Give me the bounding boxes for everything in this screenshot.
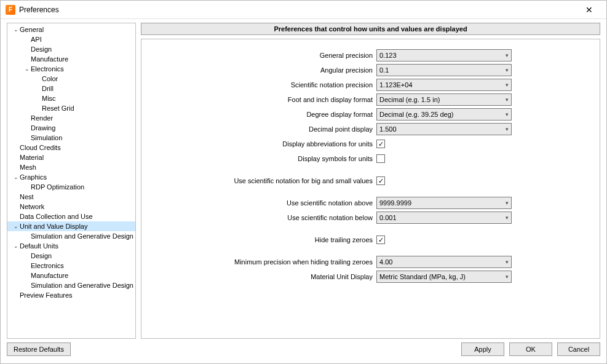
tree-item[interactable]: Drill (7, 84, 135, 93)
tree-item-label: Design (31, 251, 52, 261)
tree-item-label: Manufacture (31, 271, 68, 280)
sci-big-small-checkbox[interactable] (376, 176, 385, 185)
tree-item-label: Simulation (31, 133, 62, 143)
tree-item-label: Material (20, 152, 44, 162)
tree-item[interactable]: ⌄General (7, 25, 135, 34)
chevron-down-icon: ▾ (506, 259, 509, 265)
general-precision-select[interactable]: 0.123▾ (376, 49, 512, 61)
tree-item[interactable]: API (7, 34, 135, 44)
chevron-down-icon[interactable]: ⌄ (12, 172, 20, 182)
tree-item[interactable]: ⌄Unit and Value Display (7, 221, 135, 231)
label-sci-above: Use scientific notation above (141, 199, 376, 207)
tree-item[interactable]: Manufacture (7, 54, 135, 64)
ok-button[interactable]: OK (509, 342, 552, 356)
tree-item-label: Nest (20, 192, 34, 202)
tree-item-label: Drawing (31, 123, 55, 133)
foot-inch-select[interactable]: Decimal (e.g. 1.5 in)▾ (376, 93, 512, 106)
tree-item-label: Default Units (20, 241, 58, 251)
tree-item-label: Color (42, 74, 58, 84)
label-decimal-point: Decimal point display (141, 125, 376, 133)
tree-item[interactable]: RDP Optimization (7, 182, 135, 192)
label-scientific-precision: Scientific notation precision (141, 81, 376, 89)
abbrev-checkbox[interactable] (376, 140, 385, 148)
tree-item[interactable]: Design (7, 44, 135, 54)
chevron-down-icon: ▾ (506, 215, 509, 221)
tree-item-label: Preview Features (20, 290, 73, 300)
tree-item-label: Electronics (31, 261, 64, 271)
chevron-down-icon[interactable]: ⌄ (12, 221, 20, 231)
tree-item[interactable]: Nest (7, 192, 135, 202)
tree-item[interactable]: Material (7, 152, 135, 162)
symbols-checkbox[interactable] (376, 154, 385, 163)
tree-item[interactable]: Manufacture (7, 271, 135, 280)
tree-item[interactable]: ⌄Default Units (7, 241, 135, 251)
min-prec-select[interactable]: 4.00▾ (376, 256, 512, 268)
tree-item-label: Electronics (31, 64, 64, 74)
angular-precision-select[interactable]: 0.1▾ (376, 64, 512, 76)
hide-zero-checkbox[interactable] (376, 235, 385, 244)
label-sci-big-small: Use scientific notation for big and smal… (141, 177, 376, 184)
apply-button[interactable]: Apply (461, 342, 504, 356)
tree-item-label: Unit and Value Display (20, 221, 87, 231)
tree-item-label: Render (31, 113, 53, 123)
tree-item[interactable]: Reset Grid (7, 103, 135, 113)
tree-item[interactable]: Cloud Credits (7, 143, 135, 152)
footer: Restore Defaults Apply OK Cancel (1, 339, 606, 362)
panel-header: Preferences that control how units and v… (141, 23, 600, 35)
label-sci-below: Use scientific notation below (141, 214, 376, 221)
tree-item[interactable]: ⌄Electronics (7, 64, 135, 74)
label-degree-format: Degree display format (141, 111, 376, 118)
label-material-unit: Material Unit Display (141, 273, 376, 280)
tree-item-label: Data Collection and Use (20, 212, 93, 221)
tree-item-label: Graphics (20, 172, 47, 182)
label-hide-zero: Hide trailing zeroes (141, 236, 376, 243)
tree-item-label: Drill (42, 84, 54, 93)
cancel-button[interactable]: Cancel (557, 342, 600, 356)
chevron-down-icon[interactable]: ⌄ (23, 64, 31, 74)
chevron-down-icon: ▾ (506, 67, 509, 73)
form-area: General precision0.123▾ Angular precisio… (141, 39, 600, 339)
chevron-down-icon[interactable]: ⌄ (12, 25, 20, 34)
scientific-precision-select[interactable]: 1.123E+04▾ (376, 79, 512, 91)
chevron-down-icon: ▾ (506, 126, 509, 132)
tree-item[interactable]: Render (7, 113, 135, 123)
restore-defaults-button[interactable]: Restore Defaults (7, 342, 71, 356)
tree-item[interactable]: Data Collection and Use (7, 212, 135, 221)
window-title: Preferences (19, 6, 59, 14)
sci-below-select[interactable]: 0.001▾ (376, 212, 512, 224)
sci-above-select[interactable]: 9999.9999▾ (376, 197, 512, 209)
label-angular-precision: Angular precision (141, 66, 376, 74)
tree-item[interactable]: Simulation (7, 133, 135, 143)
label-abbrev: Display abbreviations for units (141, 140, 376, 148)
tree-item[interactable]: Drawing (7, 123, 135, 133)
tree-item[interactable]: Simulation and Generative Design (7, 280, 135, 290)
chevron-down-icon: ▾ (506, 111, 509, 117)
tree-item[interactable]: Misc (7, 93, 135, 103)
tree-item[interactable]: Mesh (7, 162, 135, 172)
tree-item[interactable]: ⌄Graphics (7, 172, 135, 182)
tree-item-label: Cloud Credits (20, 143, 61, 152)
tree-item-label: Simulation and Generative Design (31, 280, 133, 290)
tree-item-label: Mesh (20, 162, 36, 172)
tree-item[interactable]: Color (7, 74, 135, 84)
chevron-down-icon[interactable]: ⌄ (12, 241, 20, 251)
tree-item-label: General (20, 25, 44, 34)
label-min-prec: Minimum precision when hiding trailing z… (141, 258, 376, 266)
tree-item[interactable]: Simulation and Generative Design (7, 231, 135, 241)
close-icon[interactable]: ✕ (577, 5, 601, 15)
decimal-point-select[interactable]: 1.500▾ (376, 123, 512, 135)
tree-item[interactable]: Preview Features (7, 290, 135, 300)
material-unit-select[interactable]: Metric Standard (MPa, kg, J)▾ (376, 271, 512, 283)
tree-item-label: RDP Optimization (31, 182, 84, 192)
tree-item[interactable]: Design (7, 251, 135, 261)
tree-item-label: Network (20, 202, 44, 212)
nav-tree[interactable]: ⌄GeneralAPIDesignManufacture⌄Electronics… (7, 23, 136, 339)
tree-item-label: API (31, 34, 42, 44)
chevron-down-icon: ▾ (506, 82, 509, 88)
tree-item[interactable]: Electronics (7, 261, 135, 271)
tree-item-label: Misc (42, 93, 56, 103)
tree-item-label: Design (31, 44, 52, 54)
degree-format-select[interactable]: Decimal (e.g. 39.25 deg)▾ (376, 108, 512, 121)
tree-item[interactable]: Network (7, 202, 135, 212)
label-general-precision: General precision (141, 52, 376, 59)
